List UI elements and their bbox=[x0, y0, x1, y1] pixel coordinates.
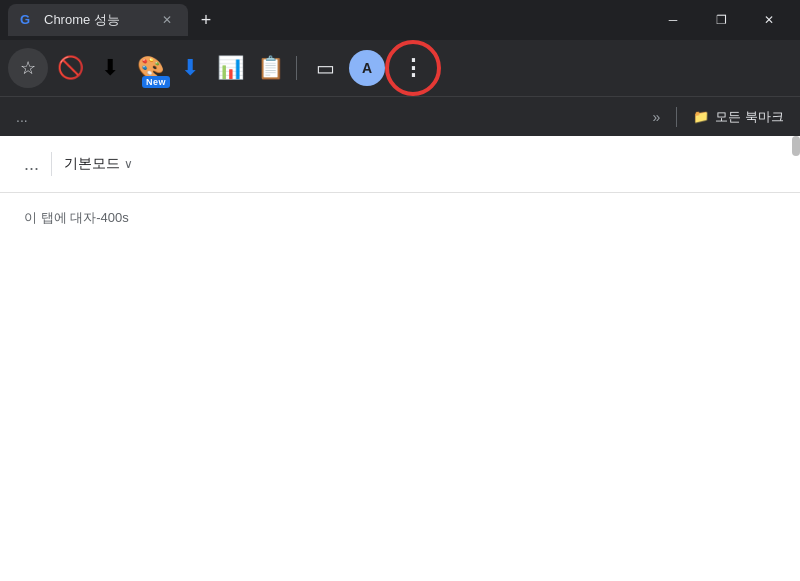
profile-avatar: A bbox=[362, 60, 372, 76]
new-badge: New bbox=[142, 76, 170, 88]
ext-arrowdown-button[interactable]: ⬇ bbox=[172, 50, 208, 86]
all-bookmarks-label: 모든 북마크 bbox=[715, 108, 784, 126]
close-tab-button[interactable]: ✕ bbox=[158, 11, 176, 29]
star-icon: ☆ bbox=[20, 57, 36, 79]
more-button-wrapper: ⋮ bbox=[389, 44, 437, 92]
close-window-button[interactable]: ✕ bbox=[746, 4, 792, 36]
titlebar: G Chrome 성능 ✕ + ─ ❐ ✕ bbox=[0, 0, 800, 40]
arrow-down-blue-icon: ⬇ bbox=[181, 55, 199, 81]
ext-download-button[interactable]: ⬇ bbox=[92, 50, 128, 86]
content-subtitle: 이 탭에 대자-400s bbox=[24, 210, 129, 225]
maximize-button[interactable]: ❐ bbox=[698, 4, 744, 36]
bookmarks-chevron-button[interactable]: » bbox=[645, 105, 669, 129]
folder-icon: 📁 bbox=[693, 109, 709, 124]
stop-icon: 🚫 bbox=[57, 55, 84, 81]
content-ellipsis-button[interactable]: ... bbox=[24, 154, 39, 175]
mode-chevron-icon: ∨ bbox=[124, 157, 133, 171]
mode-label: 기본모드 bbox=[64, 155, 120, 173]
bookmarks-divider bbox=[676, 107, 677, 127]
side-panel-icon: ▭ bbox=[316, 56, 335, 80]
active-tab[interactable]: G Chrome 성능 ✕ bbox=[8, 4, 188, 36]
toolbar-divider bbox=[296, 56, 297, 80]
minimize-button[interactable]: ─ bbox=[650, 4, 696, 36]
content-toolbar-divider bbox=[51, 152, 52, 176]
chevron-right-icon: » bbox=[653, 109, 661, 125]
all-bookmarks-button[interactable]: 📁 모든 북마크 bbox=[685, 104, 792, 130]
scrollbar-indicator[interactable] bbox=[792, 136, 800, 156]
window-controls: ─ ❐ ✕ bbox=[650, 4, 792, 36]
side-panel-button[interactable]: ▭ bbox=[305, 48, 345, 88]
content-area: ... 기본모드 ∨ 이 탭에 대자-400s bbox=[0, 136, 800, 581]
bookmarks-ellipsis[interactable]: ... bbox=[8, 105, 36, 129]
more-icon: ⋮ bbox=[402, 55, 424, 81]
content-body: 이 탭에 대자-400s bbox=[0, 193, 800, 243]
tab-favicon: G bbox=[20, 12, 36, 28]
ext-clipboard-button[interactable]: 📋 bbox=[252, 50, 288, 86]
tab-strip: G Chrome 성능 ✕ + bbox=[8, 0, 642, 40]
bookmark-star-button[interactable]: ☆ bbox=[8, 48, 48, 88]
profile-button[interactable]: A bbox=[349, 50, 385, 86]
bookmarks-bar: ... » 📁 모든 북마크 bbox=[0, 96, 800, 136]
new-tab-button[interactable]: + bbox=[192, 6, 220, 34]
ext-chart-button[interactable]: 📊 bbox=[212, 50, 248, 86]
mode-selector-button[interactable]: 기본모드 ∨ bbox=[64, 155, 133, 173]
ext-stop-button[interactable]: 🚫 bbox=[52, 50, 88, 86]
more-options-button[interactable]: ⋮ bbox=[393, 48, 433, 88]
chart-icon: 📊 bbox=[217, 55, 244, 81]
clipboard-icon: 📋 bbox=[257, 55, 284, 81]
toolbar: ☆ 🚫 ⬇ 🎨 New ⬇ 📊 📋 ▭ A ⋮ bbox=[0, 40, 800, 96]
download-icon: ⬇ bbox=[101, 55, 119, 81]
content-toolbar: ... 기본모드 ∨ bbox=[0, 136, 800, 193]
tab-title: Chrome 성능 bbox=[44, 11, 150, 29]
ext-palette-button[interactable]: 🎨 New bbox=[132, 50, 168, 86]
